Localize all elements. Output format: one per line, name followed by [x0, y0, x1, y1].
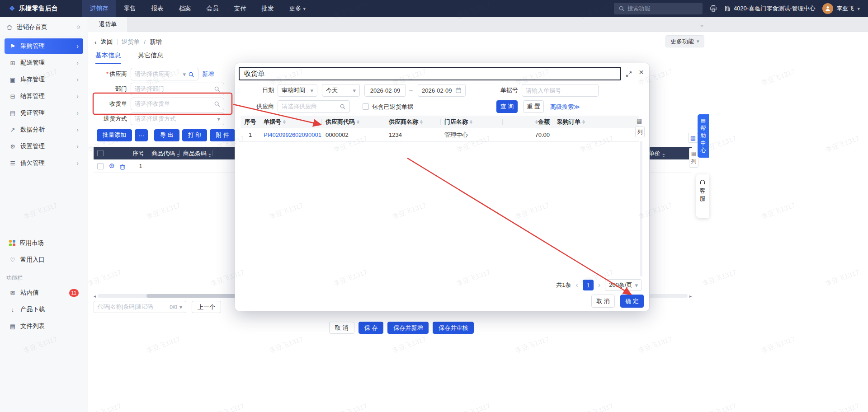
sidebar-item-delivery[interactable]: ⊞配送管理›: [5, 55, 83, 70]
mcol-doc-no[interactable]: 单据号: [260, 116, 322, 128]
sidebar-item-app-market[interactable]: 应用市场: [5, 235, 83, 251]
sidebar-item-voucher[interactable]: ▤凭证管理›: [5, 105, 83, 121]
scroll-left-arrow[interactable]: ◂: [94, 294, 96, 299]
global-search-input[interactable]: [627, 5, 691, 12]
col-product-code[interactable]: 商品代码: [151, 150, 179, 158]
sidebar-item-inventory[interactable]: ▣库存管理›: [5, 72, 83, 87]
mcol-supplier-code[interactable]: 供应商代码: [322, 116, 385, 128]
store-selector[interactable]: 4020-喜临门零食测试-管理中心: [724, 5, 816, 13]
add-supplier-link[interactable]: 新增: [202, 70, 214, 78]
col-barcode[interactable]: 商品条码: [183, 150, 211, 158]
mcol-amount[interactable]: 金额: [503, 116, 553, 128]
nav-item-reports[interactable]: 报表: [144, 0, 171, 17]
receipt-select[interactable]: 请选择收货单: [131, 98, 224, 110]
sidebar-item-debt[interactable]: ☰借欠管理›: [5, 155, 83, 171]
cancel-button[interactable]: 取 消: [329, 322, 354, 334]
item-quick-search[interactable]: 代码|名称|条码|速记码 0/0▾: [94, 301, 186, 313]
department-select[interactable]: 请选择部门: [131, 83, 224, 95]
nav-item-archives[interactable]: 档案: [171, 0, 199, 17]
include-returned-checkbox[interactable]: [363, 103, 369, 111]
save-and-audit-button[interactable]: 保存并审核: [433, 322, 474, 334]
help-center-tab[interactable]: ▤ 帮助中心: [698, 114, 709, 158]
modal-table-row[interactable]: 1 PI4020992602090001 0000002 1234 管理中心 7…: [241, 128, 639, 142]
page-number[interactable]: 1: [583, 280, 594, 290]
global-search[interactable]: [614, 3, 703, 14]
column-config-button[interactable]: ▦ 列: [689, 148, 698, 168]
sidebar-item-downloads[interactable]: ↓产品下载: [5, 302, 83, 317]
supplier-select[interactable]: 请选择供应商 ▾: [131, 68, 198, 80]
app-logo[interactable]: ❖ 乐檬零售后台: [0, 5, 82, 13]
collapse-sidebar-icon[interactable]: [76, 23, 81, 30]
strip-chevron-icon[interactable]: ⌄: [699, 21, 704, 28]
mcol-purchase-order[interactable]: 采购订单: [553, 116, 602, 128]
modal-column-button[interactable]: 列: [635, 126, 645, 137]
return-method-select[interactable]: 请选择退货方式 ▾: [131, 112, 224, 125]
printer-icon[interactable]: [710, 5, 717, 12]
batch-add-more-button[interactable]: ···: [135, 129, 148, 141]
nav-item-more[interactable]: 更多▾: [282, 0, 314, 17]
back-chevron-icon[interactable]: ‹: [94, 39, 97, 46]
modal-title-input[interactable]: 收货单: [239, 67, 621, 80]
save-and-new-button[interactable]: 保存并新增: [387, 322, 429, 334]
receipt-picker-modal: 收货单 × 日期 审核时间▾ 今天▾ 2026-02-09 → 2026-02-…: [235, 63, 649, 311]
mcol-supplier-name[interactable]: 供应商名称: [385, 116, 441, 128]
select-all-checkbox[interactable]: [97, 150, 104, 158]
save-button[interactable]: 保 存: [359, 322, 384, 334]
sidebar-item-files[interactable]: ▤文件列表: [5, 318, 83, 334]
mcol-store-name[interactable]: 门店名称: [441, 116, 503, 128]
sidebar-item-settings[interactable]: ⚙设置管理›: [5, 139, 83, 154]
nav-item-wholesale[interactable]: 批发: [254, 0, 282, 17]
scroll-right-arrow[interactable]: ▸: [689, 294, 692, 299]
reset-button[interactable]: 重 置: [523, 100, 544, 113]
more-features-button[interactable]: 更多功能 ▾: [665, 35, 704, 47]
supplier-filter-select[interactable]: 请选择供应商: [278, 100, 350, 113]
previous-item-button[interactable]: 上一个: [192, 301, 221, 313]
sidebar-item-home[interactable]: 进销存首页: [0, 17, 88, 37]
modal-cancel-button[interactable]: 取 消: [591, 295, 615, 308]
sidebar-item-favorites[interactable]: ♡常用入口: [5, 252, 83, 267]
page-size-select[interactable]: 200条/页▾: [605, 279, 642, 291]
modal-confirm-button[interactable]: 确 定: [620, 295, 644, 308]
user-menu[interactable]: 李亚飞 ▾: [822, 3, 860, 14]
page-tab-return-order[interactable]: 退货单: [88, 17, 128, 32]
advanced-search-link[interactable]: 高级搜索≫: [550, 103, 580, 111]
expand-modal-icon[interactable]: [626, 70, 632, 77]
page-prev-icon[interactable]: ‹: [576, 281, 578, 289]
date-to-input[interactable]: 2026-02-09: [418, 84, 466, 97]
export-button[interactable]: 导 出: [154, 129, 179, 141]
date-from-input[interactable]: 2026-02-09: [364, 84, 406, 97]
doc-no-input[interactable]: [522, 84, 599, 97]
sidebar-item-purchase[interactable]: ⚑采购管理›: [5, 38, 83, 54]
row-checkbox[interactable]: [97, 163, 104, 171]
batch-add-button[interactable]: 批量添加: [97, 129, 132, 141]
col-unit-price[interactable]: 单价: [649, 150, 665, 158]
print-button[interactable]: 打 印: [182, 129, 208, 141]
quick-range-select[interactable]: 今天▾: [322, 84, 360, 97]
nav-item-payment[interactable]: 支付: [226, 0, 254, 17]
delete-row-icon[interactable]: [119, 163, 126, 170]
search-supplier-icon[interactable]: [188, 71, 194, 78]
query-button[interactable]: 查 询: [496, 100, 518, 113]
grid-settings-button[interactable]: ▦: [688, 133, 698, 143]
back-button[interactable]: 返回: [101, 38, 113, 46]
nav-item-retail[interactable]: 零售: [116, 0, 144, 17]
add-row-icon[interactable]: ⊕: [109, 162, 115, 170]
date-type-select[interactable]: 审核时间▾: [278, 84, 317, 97]
modal-vertical-scrollbar[interactable]: [640, 141, 642, 276]
tab-other-info[interactable]: 其它信息: [138, 52, 163, 64]
doc-no-link[interactable]: PI4020992602090001: [264, 131, 321, 138]
tab-basic-info[interactable]: 基本信息: [95, 52, 121, 64]
nav-item-inventory[interactable]: 进销存: [82, 0, 116, 17]
attachment-button[interactable]: 附 件: [210, 129, 235, 141]
modal-grid-icon[interactable]: ▦: [637, 117, 642, 124]
close-modal-icon[interactable]: ×: [639, 67, 644, 77]
sidebar-item-analysis[interactable]: ↗数据分析›: [5, 122, 83, 137]
download-icon: ↓: [9, 306, 16, 313]
supplier-label: *供应商: [94, 70, 127, 78]
page-next-icon[interactable]: ›: [598, 281, 600, 289]
sidebar-item-settlement[interactable]: ⊟结算管理›: [5, 89, 83, 104]
sidebar-item-messages[interactable]: ✉站内信11: [5, 285, 83, 300]
breadcrumb-parent[interactable]: 退货单: [122, 38, 140, 46]
customer-service-tab[interactable]: 客服: [696, 174, 709, 218]
nav-item-members[interactable]: 会员: [199, 0, 226, 17]
